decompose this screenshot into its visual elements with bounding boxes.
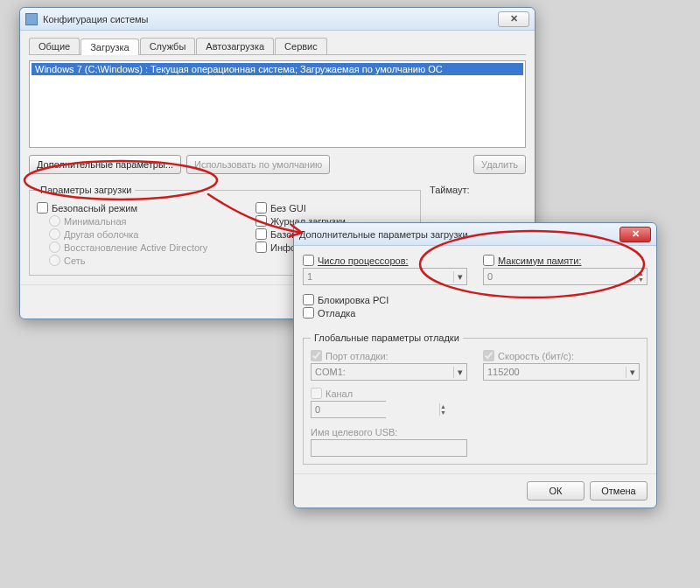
adv-cancel-button[interactable]: Отмена	[590, 481, 648, 500]
debug-port-combo[interactable]: ▾	[311, 363, 467, 381]
adv-ok-button[interactable]: ОК	[527, 481, 584, 500]
chevron-down-icon: ▾	[453, 367, 466, 378]
window-title: Конфигурация системы	[43, 14, 498, 24]
safe-minimal-radio[interactable]: Минимальная	[49, 215, 242, 227]
tab-boot[interactable]: Загрузка	[80, 38, 138, 55]
adv-close-button[interactable]: ✕	[620, 227, 651, 242]
os-list-item[interactable]: Windows 7 (C:\Windows) : Текущая операци…	[32, 63, 523, 75]
spinner-up-icon[interactable]: ▲	[634, 270, 647, 276]
spinner-down-icon[interactable]: ▼	[634, 276, 647, 283]
pci-lock-checkbox[interactable]: Блокировка PCI	[303, 294, 467, 305]
app-icon	[25, 13, 38, 25]
no-gui-checkbox[interactable]: Без GUI	[256, 202, 413, 214]
close-button[interactable]: ✕	[498, 11, 529, 27]
safe-network-radio[interactable]: Сеть	[49, 255, 242, 266]
boot-options-legend: Параметры загрузки	[37, 185, 135, 195]
safe-altshell-radio[interactable]: Другая оболочка	[49, 228, 242, 240]
tab-services[interactable]: Службы	[140, 38, 196, 54]
delete-button[interactable]: Удалить	[473, 155, 526, 174]
baud-rate-combo[interactable]: ▾	[483, 363, 640, 381]
chevron-down-icon: ▾	[626, 367, 639, 378]
advanced-dialog: Дополнительные параметры загрузки ✕ Числ…	[293, 222, 657, 508]
titlebar-main: Конфигурация системы ✕	[20, 8, 535, 31]
debug-params-group: Глобальные параметры отладки Порт отладк…	[303, 332, 648, 465]
channel-spinner[interactable]: ▲▼	[311, 401, 386, 418]
adv-title: Дополнительные параметры загрузки	[299, 229, 620, 240]
tab-tools[interactable]: Сервис	[275, 38, 327, 54]
chevron-down-icon: ▾	[453, 271, 466, 283]
baud-rate-checkbox[interactable]: Скорость (бит/с):	[483, 350, 640, 361]
tab-general[interactable]: Общие	[29, 38, 80, 54]
set-default-button[interactable]: Использовать по умолчанию	[186, 155, 330, 174]
usb-target-input[interactable]	[311, 439, 467, 457]
usb-target-label: Имя целевого USB:	[311, 427, 397, 438]
tabs: Общие Загрузка Службы Автозагрузка Серви…	[29, 38, 526, 55]
advanced-options-button[interactable]: Дополнительные параметры...	[29, 155, 181, 174]
titlebar-adv: Дополнительные параметры загрузки ✕	[294, 223, 656, 246]
safe-mode-checkbox[interactable]: Безопасный режим	[37, 202, 242, 214]
max-memory-spinner[interactable]: ▲▼	[483, 268, 648, 285]
spinner-up-icon[interactable]: ▲	[439, 403, 446, 410]
timeout-label: Таймаут:	[430, 185, 470, 195]
tab-startup[interactable]: Автозагрузка	[196, 38, 274, 54]
max-memory-checkbox[interactable]: Максимум памяти:	[483, 255, 648, 266]
debug-port-checkbox[interactable]: Порт отладки:	[311, 350, 467, 361]
num-processors-combo[interactable]: ▾	[303, 268, 467, 285]
spinner-down-icon[interactable]: ▼	[439, 410, 446, 416]
debug-checkbox[interactable]: Отладка	[303, 307, 467, 318]
safe-adrepair-radio[interactable]: Восстановление Active Directory	[49, 242, 242, 253]
adv-footer: ОК Отмена	[294, 473, 656, 508]
num-processors-checkbox[interactable]: Число процессоров:	[303, 255, 467, 266]
debug-params-legend: Глобальные параметры отладки	[311, 332, 463, 343]
os-list[interactable]: Windows 7 (C:\Windows) : Текущая операци…	[29, 60, 526, 148]
channel-checkbox[interactable]: Канал	[311, 388, 467, 399]
